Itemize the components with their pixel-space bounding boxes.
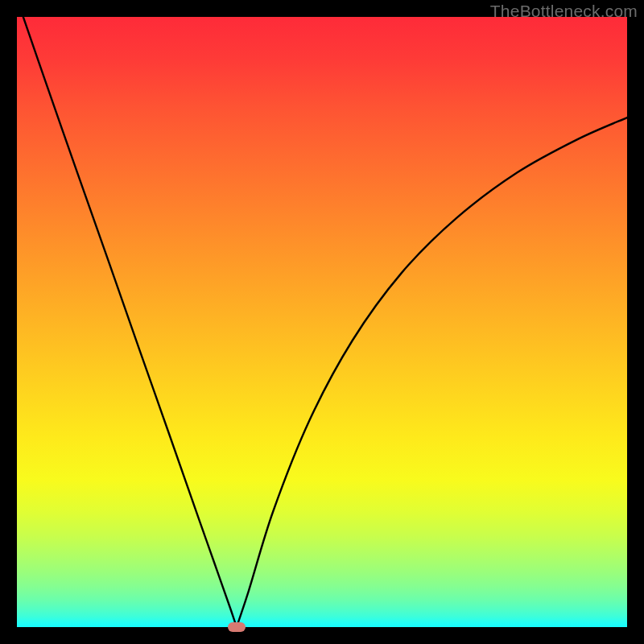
watermark-text: TheBottleneck.com [490,2,638,21]
optimal-point-marker [228,622,246,632]
chart-plot-area [17,17,627,627]
